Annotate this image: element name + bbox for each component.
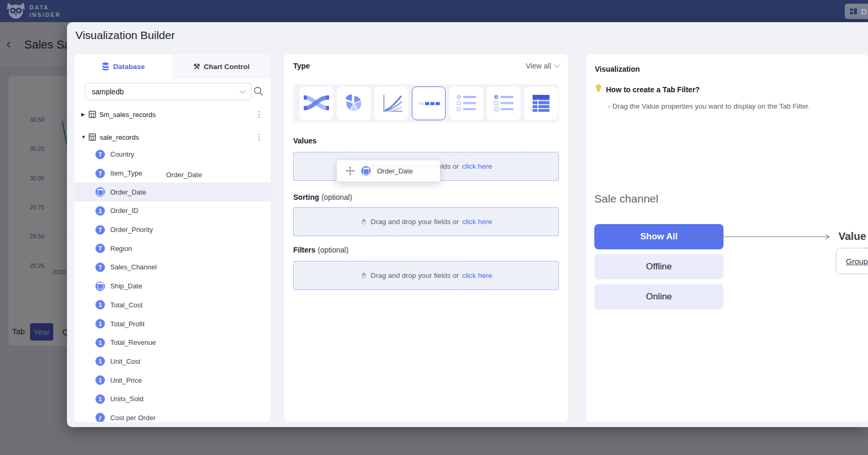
tab-database[interactable]: Database [74, 54, 172, 79]
field-label: Total_Cost [110, 301, 142, 309]
search-icon[interactable] [253, 86, 264, 96]
field-row[interactable]: TCountry [74, 145, 271, 164]
database-icon [102, 62, 109, 71]
dashboard-button[interactable]: D [845, 4, 868, 19]
field-label: Total_Revenue [110, 338, 156, 346]
drag-ghost-card: Order_Date [336, 160, 440, 182]
number-field-icon: 1 [95, 206, 105, 216]
annotation-arrow [688, 233, 835, 241]
text-field-icon: T [95, 169, 105, 178]
field-label: Item_Type [110, 169, 142, 177]
date-field-icon [95, 187, 105, 197]
field-label: Cost per Order [110, 414, 156, 422]
chart-type-multi-select-list[interactable] [487, 86, 520, 120]
table-icon [89, 133, 96, 141]
tab-chart-control[interactable]: ⚒ Chart Control [172, 54, 271, 79]
field-row-dragging[interactable]: Order_Date [74, 182, 271, 201]
drag-hand-icon [360, 272, 368, 279]
tab-filter-icon: Tab [414, 89, 443, 118]
field-row[interactable]: 1Total_Profit [74, 314, 271, 333]
field-row[interactable]: TRegion [74, 239, 271, 258]
database-select-value: sampledb [92, 88, 124, 96]
text-field-icon: T [95, 150, 105, 159]
chart-type-pie[interactable] [337, 86, 371, 120]
drag-hand-icon [360, 218, 368, 226]
filters-section-label: Filters (optional) [293, 245, 349, 255]
field-row[interactable]: TOrder_Priority [74, 220, 271, 239]
radio-list-icon [452, 89, 480, 118]
line-chart-icon [377, 89, 406, 118]
number-field-icon: 1 [95, 319, 105, 328]
tab-database-label: Database [113, 63, 144, 71]
field-label: Order_ID [110, 207, 138, 215]
screen: ‹ Sales Sa 30.50 30.25 30.00 29.75 29.50… [0, 0, 868, 455]
left-tabs: Database ⚒ Chart Control [74, 54, 271, 79]
chart-type-single-select-list[interactable] [449, 86, 483, 120]
click-here-link[interactable]: click here [462, 272, 492, 279]
table-chart-icon [527, 89, 555, 118]
chart-type-line[interactable] [374, 86, 408, 120]
chart-type-tab-filter[interactable]: Tab [412, 86, 446, 120]
field-row[interactable]: 1Unit_Price [74, 371, 271, 390]
expander-collapsed-icon[interactable]: ▶ [81, 112, 89, 117]
field-row[interactable]: 1Unit_Cost [74, 352, 271, 371]
type-section-label: Type [293, 62, 310, 70]
field-row[interactable]: 1Units_Sold [74, 390, 271, 409]
filters-dropzone[interactable]: Drag and drop your fields or click here [293, 261, 559, 290]
annotation-value-label: Value [838, 230, 866, 243]
table-name: 5m_sales_records [100, 111, 156, 119]
field-row[interactable]: TSales_Channel [74, 258, 271, 277]
field-row[interactable]: 1Total_Cost [74, 296, 271, 315]
annotation-group-label[interactable]: Group [846, 257, 868, 266]
field-row[interactable]: 1Order_ID [74, 201, 271, 220]
click-here-link[interactable]: click here [462, 162, 492, 170]
chart-type-sankey[interactable] [300, 86, 333, 120]
tools-icon: ⚒ [194, 62, 200, 71]
schema-tree: ▶ 5m_sales_records ⋮ ▼ [74, 107, 271, 422]
chevron-down-icon [554, 62, 560, 67]
number-field-icon: 1 [95, 375, 105, 385]
pie-chart-icon [340, 89, 368, 118]
sorting-dropzone[interactable]: Drag and drop your fields or click here [293, 207, 559, 236]
text-field-icon: T [95, 263, 105, 272]
database-select[interactable]: sampledb [85, 83, 252, 100]
number-field-icon: 1 [95, 394, 105, 404]
chart-type-table[interactable] [524, 86, 558, 120]
checkbox-list-icon [489, 89, 518, 118]
dashboard-button-label: D [861, 7, 867, 16]
field-row[interactable]: Ship_Date [74, 277, 271, 296]
table-name: sale_records [100, 133, 139, 141]
filter-option-offline[interactable]: Offline [594, 254, 724, 279]
date-field-icon [361, 166, 371, 176]
view-all-button[interactable]: View all [526, 62, 559, 70]
number-field-icon: 1 [95, 338, 105, 347]
filter-option-online[interactable]: Online [594, 284, 724, 309]
lightbulb-icon [594, 83, 603, 93]
field-row[interactable]: ƒCost per Order [74, 409, 271, 422]
chevron-down-icon [239, 88, 245, 93]
field-label: Region [110, 245, 132, 253]
field-label: Unit_Cost [110, 357, 140, 365]
function-field-icon: ƒ [95, 413, 105, 422]
text-field-icon: T [95, 244, 105, 253]
values-section-label: Values [293, 136, 316, 146]
tip-title: How to create a Tab Filter? [606, 85, 700, 94]
number-field-icon: 1 [95, 300, 105, 309]
click-here-link[interactable]: click here [462, 218, 492, 226]
field-label: Country [110, 150, 134, 158]
number-field-icon: 1 [95, 356, 105, 366]
chart-config-panel: Type View all [284, 54, 568, 422]
kebab-menu-icon[interactable]: ⋮ [255, 110, 263, 119]
expander-expanded-icon[interactable]: ▼ [81, 134, 89, 140]
table-icon [89, 111, 96, 118]
field-row[interactable]: 1Total_Revenue [74, 333, 271, 352]
table-row[interactable]: ▶ 5m_sales_records ⋮ [74, 107, 271, 122]
field-label: Order_Priority [110, 226, 153, 234]
visualization-panel: Visualization How to create a Tab Filter… [586, 54, 868, 422]
modal-title: Visualization Builder [75, 29, 175, 42]
kebab-menu-icon[interactable]: ⋮ [255, 132, 263, 142]
table-row[interactable]: ▼ sale_records ⋮ [74, 129, 271, 145]
field-label: Ship_Date [110, 282, 142, 290]
sankey-icon [302, 89, 331, 118]
move-icon [345, 166, 355, 176]
